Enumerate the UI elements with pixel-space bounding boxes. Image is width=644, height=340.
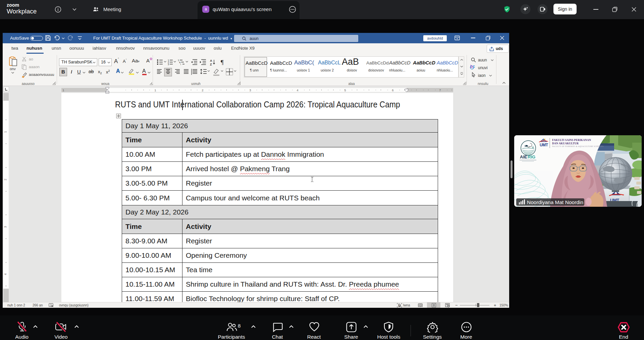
svg-text:D: D (399, 304, 400, 307)
svg-text:3: 3 (168, 63, 169, 65)
svg-text:7: 7 (439, 89, 441, 92)
svg-text:4: 4 (4, 273, 7, 275)
svg-text:2: 2 (4, 179, 7, 180)
svg-text:DAN AKUAKULTUR: DAN AKUAKULTUR (552, 142, 579, 145)
svg-text:1: 1 (4, 131, 7, 133)
svg-text:RIG: RIG (528, 154, 535, 159)
svg-text:Noordiyana Mat Noordin: Noordiyana Mat Noordin (527, 199, 583, 205)
svg-text:4: 4 (297, 89, 298, 92)
svg-text:FACULTY OF FISHERIES & AQUACUL: FACULTY OF FISHERIES & AQUACULTURE SCIEN… (552, 145, 603, 147)
svg-text:1: 1 (154, 89, 156, 92)
svg-text:A: A (210, 59, 212, 62)
svg-text:6: 6 (392, 89, 393, 92)
svg-text:5: 5 (344, 89, 346, 92)
svg-text:¶: ¶ (221, 59, 224, 66)
svg-text:UMT: UMT (540, 143, 548, 147)
svg-text:3: 3 (4, 226, 7, 228)
svg-text:1: 1 (62, 89, 64, 92)
svg-text:2: 2 (202, 89, 203, 92)
svg-text:3: 3 (249, 89, 251, 92)
svg-text:FAKULTI SAINS PERIKANAN: FAKULTI SAINS PERIKANAN (552, 139, 591, 142)
svg-text:AIE: AIE (520, 154, 527, 159)
svg-text:Z: Z (210, 63, 212, 66)
svg-text:i: i (180, 63, 181, 65)
